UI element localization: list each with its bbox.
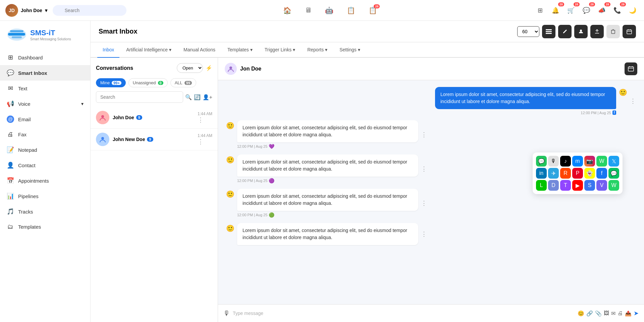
nav-email[interactable]: @ Email: [0, 111, 90, 127]
social-discord-btn[interactable]: D: [548, 180, 559, 191]
social-wechat-btn[interactable]: 💬: [608, 168, 619, 179]
conv-name-john-doe: John Doe: [113, 115, 134, 120]
monitor-icon-btn[interactable]: 🖥: [305, 6, 312, 14]
nav-fax[interactable]: 🖨 Fax: [0, 127, 90, 142]
conversation-list: John Doe 9 1:44 AM ⋮: [91, 107, 218, 322]
tab-reports[interactable]: Reports ▾: [302, 42, 333, 58]
user-menu[interactable]: JD John Doe ▾: [5, 4, 47, 17]
form-icon-btn[interactable]: 📋: [347, 6, 355, 14]
more-options-r3[interactable]: ⋮: [421, 199, 427, 207]
print-btn[interactable]: 🖨: [618, 310, 623, 316]
social-instagram-btn[interactable]: 📷: [584, 156, 595, 167]
notepad-icon: 📝: [7, 146, 14, 153]
social-reddit-btn[interactable]: R: [560, 168, 571, 179]
status-select[interactable]: Open: [177, 63, 203, 73]
compact-view-btn[interactable]: [542, 25, 555, 38]
more-options-r1[interactable]: ⋮: [421, 131, 427, 138]
tab-mine[interactable]: Mine 99+: [96, 78, 126, 87]
home-icon-btn[interactable]: 🏠: [283, 6, 291, 14]
add-contact-btn[interactable]: 👤+: [203, 94, 212, 100]
nav-dashboard[interactable]: ⊞ Dashboard: [0, 50, 90, 65]
assign-btn[interactable]: [574, 25, 588, 38]
send-btn[interactable]: ➤: [634, 310, 639, 317]
facebook-icon: f: [612, 110, 616, 115]
social-tiktok-btn[interactable]: ♪: [560, 156, 571, 167]
notification-icon-btn[interactable]: 🔔 28: [549, 4, 561, 16]
emoji-picker-btn[interactable]: 😊: [578, 310, 584, 317]
conv-more-btn-john-doe[interactable]: ⋮: [198, 116, 212, 124]
mic-btn[interactable]: 🎙: [223, 310, 230, 317]
tab-templates[interactable]: Templates ▾: [222, 42, 258, 58]
bot-icon-btn[interactable]: 🤖: [325, 6, 333, 14]
conversations-title: Conversations: [96, 65, 133, 71]
nav-notepad[interactable]: 📝 Notepad: [0, 142, 90, 157]
conversations-header-right: Open ⚡: [177, 63, 212, 73]
social-whatsapp-btn[interactable]: W: [596, 156, 607, 167]
nav-pipelines[interactable]: 📊 Pipelines: [0, 188, 90, 204]
message-row-received-4: 🙂 Lorem ipsum dolor sit amet, consectetu…: [226, 223, 636, 245]
tab-unassigned[interactable]: Unassigned 0: [128, 78, 168, 87]
logo-text-wrap: SMS-iT Smart Messaging Solutions: [30, 29, 71, 41]
social-snapchat-btn[interactable]: 👻: [584, 168, 595, 179]
nav-voice[interactable]: 📢 Voice ▾: [0, 96, 90, 111]
link-btn[interactable]: 🔗: [586, 310, 593, 317]
refresh-icon-btn[interactable]: 🔄: [194, 94, 201, 100]
social-pinterest-btn[interactable]: P: [572, 168, 583, 179]
social-line-btn[interactable]: L: [536, 180, 547, 191]
nav-templates[interactable]: 🗂 Templates: [0, 219, 90, 234]
nav-smart-inbox[interactable]: 💬 Smart Inbox: [0, 65, 90, 81]
tab-settings[interactable]: Settings ▾: [334, 42, 366, 58]
nav-appointments[interactable]: 📅 Appointments: [0, 173, 90, 188]
social-whatsapp2-btn[interactable]: W: [608, 180, 619, 191]
social-facebook-btn[interactable]: f: [596, 168, 607, 179]
image-btn[interactable]: 🖼: [604, 310, 609, 316]
delete-btn[interactable]: [606, 25, 620, 38]
tab-all[interactable]: ALL 99: [170, 78, 196, 87]
tab-ai[interactable]: Artificial Intelligence ▾: [121, 42, 177, 58]
chat-user-info: Jon Doe: [225, 63, 261, 75]
chat-icon-btn[interactable]: 💬 28: [580, 4, 592, 16]
email-compose-btn[interactable]: ✉: [611, 310, 615, 317]
conversation-item[interactable]: John New Doe 9 1:44 AM ⋮: [91, 129, 218, 150]
tab-inbox[interactable]: Inbox: [97, 42, 119, 58]
tab-trigger-links[interactable]: Trigger Links ▾: [259, 42, 301, 58]
more-options-r2[interactable]: ⋮: [421, 165, 427, 173]
grid-icon-btn[interactable]: ⊞: [534, 4, 546, 16]
social-fb-messenger-btn[interactable]: m: [572, 156, 583, 167]
export-btn[interactable]: 📤: [625, 310, 632, 317]
social-youtube-btn[interactable]: ▶: [572, 180, 583, 191]
social-telegram-btn[interactable]: ✈: [548, 168, 559, 179]
social-linkedin-btn[interactable]: in: [536, 168, 547, 179]
social-twitch-btn[interactable]: T: [560, 180, 571, 191]
megaphone-icon-btn[interactable]: 📣 28: [596, 4, 608, 16]
cart-icon-btn[interactable]: 🛒 28: [565, 4, 577, 16]
edit-btn[interactable]: [558, 25, 572, 38]
more-options-sent[interactable]: ⋮: [630, 97, 636, 105]
search-icon-btn[interactable]: 🔍: [185, 94, 192, 100]
attachment-btn[interactable]: 📎: [595, 310, 602, 317]
phone-icon-btn[interactable]: 📞 28: [611, 4, 623, 16]
nav-contact[interactable]: 👤 Contact: [0, 157, 90, 173]
message-input[interactable]: [233, 309, 575, 318]
social-audio-btn[interactable]: 🎙: [548, 156, 559, 167]
social-viber-btn[interactable]: V: [596, 180, 607, 191]
more-options-r4[interactable]: ⋮: [421, 230, 427, 238]
social-messages-btn[interactable]: 💬: [536, 156, 547, 167]
chat-calendar-btn[interactable]: [625, 62, 637, 75]
search-input[interactable]: [53, 5, 126, 16]
conv-more-btn-john-new-doe[interactable]: ⋮: [198, 138, 212, 145]
conversation-item[interactable]: John Doe 9 1:44 AM ⋮: [91, 107, 218, 129]
tab-manual-actions[interactable]: Manual Actions: [178, 42, 221, 58]
conversation-search-input[interactable]: [96, 91, 183, 103]
social-signal-btn[interactable]: S: [584, 180, 595, 191]
filter-btn[interactable]: ⚡: [206, 65, 212, 71]
social-twitter-btn[interactable]: 𝕏: [608, 156, 619, 167]
avatar: JD: [5, 4, 18, 17]
count-select[interactable]: 60 30 100: [517, 26, 539, 37]
dark-mode-btn[interactable]: 🌙: [627, 4, 639, 16]
list-icon-btn[interactable]: 📋 28: [369, 6, 377, 14]
upload-btn[interactable]: [590, 25, 604, 38]
calendar-btn[interactable]: [623, 25, 636, 38]
nav-tracks[interactable]: 🎵 Tracks: [0, 204, 90, 219]
nav-text[interactable]: ✉ Text: [0, 81, 90, 96]
